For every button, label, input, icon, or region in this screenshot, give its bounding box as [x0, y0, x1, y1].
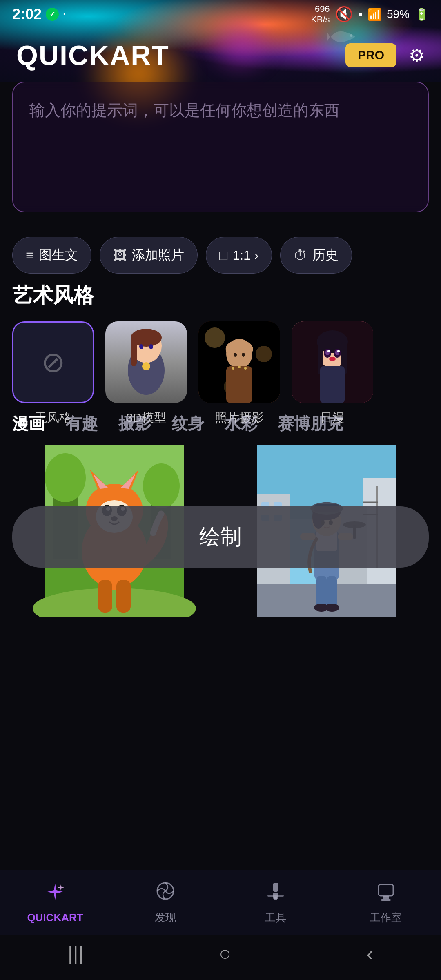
- status-time: 2:02 ✓ ·: [12, 6, 66, 23]
- svg-rect-87: [274, 897, 277, 900]
- nav-home-label: QUICKART: [27, 911, 83, 924]
- art-style-title: 艺术风格: [12, 282, 441, 309]
- svg-rect-13: [226, 366, 252, 403]
- svg-point-6: [149, 344, 153, 349]
- recent-apps-icon[interactable]: |||: [68, 942, 84, 965]
- nav-workspace[interactable]: 工作室: [349, 880, 423, 925]
- workspace-icon: [375, 880, 396, 906]
- mute-icon: 🔇: [335, 6, 353, 23]
- svg-rect-90: [383, 896, 389, 899]
- ratio-icon: □: [219, 247, 228, 263]
- svg-rect-53: [116, 580, 131, 612]
- tab-cyberpunk[interactable]: 赛博朋克: [278, 412, 343, 439]
- svg-point-7: [142, 362, 150, 370]
- art-style-section: 艺术风格 ⊘ 无风格: [12, 282, 441, 426]
- style-item-3d[interactable]: 3D模型: [105, 321, 187, 426]
- battery-text: 59%: [387, 8, 410, 21]
- app-header: QUICKART PRO ⚙: [0, 29, 441, 82]
- sim-icon: ▪: [358, 7, 363, 22]
- no-style-icon: ⊘: [41, 345, 65, 379]
- tab-watercolor[interactable]: 水彩: [225, 412, 257, 439]
- prompt-box[interactable]: 输入你的提示词，可以是任何你想创造的东西: [12, 82, 429, 212]
- status-dot: ·: [63, 8, 66, 21]
- svg-point-16: [232, 367, 234, 370]
- svg-point-29: [337, 350, 340, 352]
- status-right: 696 KB/s 🔇 ▪ 📶 59% 🔋: [311, 4, 429, 25]
- network-speed: 696 KB/s: [311, 4, 330, 25]
- svg-point-28: [327, 350, 330, 352]
- ratio-label: 1:1 ›: [232, 248, 258, 263]
- style-item-anime[interactable]: 日漫: [292, 321, 373, 426]
- svg-point-10: [256, 346, 272, 362]
- history-button[interactable]: ⏱ 历史: [280, 237, 352, 274]
- img-to-text-icon: ≡: [26, 247, 34, 263]
- nav-tools-label: 工具: [265, 911, 286, 925]
- discover-icon: [155, 880, 176, 906]
- nav-tools[interactable]: 工具: [239, 880, 312, 925]
- home-gesture-icon[interactable]: ○: [219, 942, 231, 965]
- style-scroll: ⊘ 无风格: [12, 321, 441, 426]
- style-item-none[interactable]: ⊘ 无风格: [12, 321, 94, 426]
- img-to-text-label: 图生文: [39, 246, 78, 264]
- category-tabs: 漫画 有趣 摄影 纹身 水彩 赛博朋克: [12, 412, 441, 439]
- svg-rect-4: [131, 338, 137, 366]
- status-bar: 2:02 ✓ · 696 KB/s 🔇 ▪ 📶 59% 🔋: [0, 0, 441, 29]
- prompt-section: 输入你的提示词，可以是任何你想创造的东西: [12, 82, 429, 212]
- style-thumb-3d: [105, 321, 187, 403]
- svg-rect-52: [98, 580, 112, 612]
- svg-point-83: [325, 604, 339, 612]
- svg-rect-91: [381, 899, 391, 901]
- add-photo-icon: 🖼: [113, 247, 127, 263]
- history-icon: ⏱: [294, 247, 307, 263]
- home-icon: [45, 881, 66, 907]
- tab-photography[interactable]: 摄影: [118, 412, 151, 439]
- draw-button-overlay: 绘制: [12, 506, 429, 568]
- gesture-bar: ||| ○ ‹: [0, 935, 441, 972]
- nav-home[interactable]: QUICKART: [18, 881, 92, 924]
- img-to-text-button[interactable]: ≡ 图生文: [12, 237, 91, 274]
- svg-point-35: [45, 453, 86, 502]
- tab-manga[interactable]: 漫画: [12, 412, 45, 439]
- style-thumb-none: ⊘: [12, 321, 94, 403]
- tab-tattoo[interactable]: 纹身: [172, 412, 204, 439]
- nav-discover[interactable]: 发现: [129, 880, 202, 925]
- wifi-icon: 📶: [368, 8, 382, 21]
- svg-point-15: [242, 353, 245, 357]
- svg-point-14: [234, 353, 237, 357]
- header-right: PRO ⚙: [345, 43, 425, 67]
- tab-fun[interactable]: 有趣: [65, 412, 98, 439]
- battery-icon: 🔋: [414, 8, 429, 21]
- app-title: QUICKART: [16, 39, 169, 71]
- style-thumb-photo: [198, 321, 280, 403]
- svg-point-5: [139, 344, 143, 349]
- history-label: 历史: [312, 246, 339, 264]
- settings-button[interactable]: ⚙: [409, 45, 425, 66]
- tools-icon: [265, 880, 286, 906]
- svg-point-37: [143, 463, 180, 508]
- style-thumb-anime: [292, 321, 373, 403]
- pro-badge[interactable]: PRO: [345, 43, 396, 67]
- svg-rect-88: [267, 895, 284, 897]
- bottom-nav: QUICKART 发现 工具: [0, 870, 441, 935]
- svg-point-18: [244, 367, 247, 370]
- svg-rect-81: [327, 576, 337, 608]
- nav-workspace-label: 工作室: [370, 911, 402, 925]
- svg-rect-80: [316, 576, 327, 608]
- svg-point-17: [238, 366, 241, 368]
- draw-button[interactable]: 绘制: [12, 506, 429, 568]
- svg-point-9: [205, 327, 225, 348]
- action-buttons-row: ≡ 图生文 🖼 添加照片 □ 1:1 › ⏱ 历史: [12, 237, 429, 274]
- svg-rect-89: [379, 884, 393, 896]
- svg-rect-30: [320, 366, 345, 403]
- back-gesture-icon[interactable]: ‹: [367, 942, 374, 965]
- add-photo-button[interactable]: 🖼 添加照片: [100, 237, 198, 274]
- style-item-photo[interactable]: 照片摄影: [198, 321, 280, 426]
- time-text: 2:02: [12, 6, 42, 23]
- status-check-icon: ✓: [46, 8, 59, 21]
- ratio-button[interactable]: □ 1:1 ›: [206, 237, 272, 274]
- svg-point-31: [329, 357, 336, 361]
- nav-discover-label: 发现: [155, 911, 176, 925]
- svg-rect-85: [273, 883, 278, 892]
- prompt-placeholder: 输入你的提示词，可以是任何你想创造的东西: [29, 99, 412, 122]
- add-photo-label: 添加照片: [132, 246, 184, 264]
